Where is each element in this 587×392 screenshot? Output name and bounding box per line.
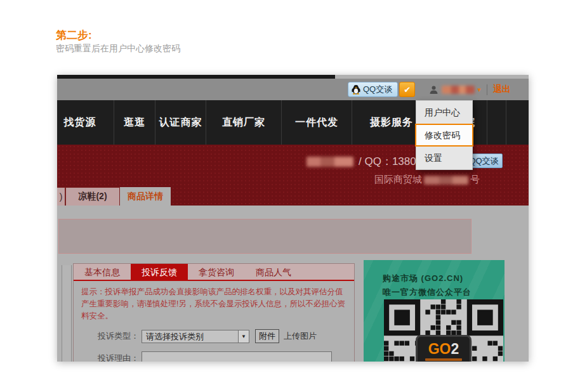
tab-product-detail[interactable]: 商品详情 <box>120 187 171 206</box>
nav-item-supply[interactable]: 找货源 <box>57 100 114 145</box>
menu-item-change-password[interactable]: 修改密码 <box>415 124 473 147</box>
banner-address-line: 国际商贸城 号 <box>374 174 480 186</box>
upload-hint: 上传图片 <box>284 330 317 342</box>
complaint-reason-label: 投诉理由： <box>98 353 139 362</box>
nav-item-dropshipping[interactable]: 一件代发 <box>282 100 352 145</box>
menu-item-user-center[interactable]: 用户中心 <box>416 101 472 124</box>
select-arrow-icon[interactable]: ▼ <box>238 330 249 343</box>
tab-basic-info[interactable]: 基本信息 <box>74 264 131 280</box>
header-right-group: QQ交谈 ✔ ▾ 退出 <box>348 82 511 97</box>
content-area: 基本信息 投诉反馈 拿货咨询 商品人气 提示：投诉举报产品成功会直接影响该产品的… <box>57 206 529 362</box>
detail-tabs: 基本信息 投诉反馈 拿货咨询 商品人气 <box>74 264 354 281</box>
screenshot-frame: QQ交谈 ✔ ▾ 退出 找货源 逛逛 <box>57 75 529 362</box>
qq-chat-label: QQ交谈 <box>363 84 392 95</box>
address-suffix: 号 <box>470 174 480 186</box>
wechat-title: 购途市场 (GO2.CN) <box>383 273 505 284</box>
complaint-panel: 基本信息 投诉反馈 拿货咨询 商品人气 提示：投诉举报产品成功会直接影响该产品的… <box>73 263 355 362</box>
user-account-menu[interactable]: ▾ <box>429 85 481 95</box>
tab-purchase-inquiry[interactable]: 拿货咨询 <box>188 264 245 280</box>
verified-badge-icon[interactable]: ✔ <box>399 82 415 97</box>
nav-filler <box>506 100 529 145</box>
tab-sandals[interactable]: 凉鞋(2) <box>65 187 120 206</box>
nav-item-spacer <box>487 100 506 145</box>
qq-chat-button[interactable]: QQ交谈 <box>348 82 398 97</box>
wechat-subtitle: 唯一官方微信公众平台 <box>383 287 505 298</box>
nav-item-browse[interactable]: 逛逛 <box>114 100 155 145</box>
qq-penguin-icon <box>352 84 360 95</box>
select-value: 请选择投诉类别 <box>142 330 238 343</box>
chevron-down-icon: ▾ <box>477 86 481 94</box>
banner-contact-line: / QQ：1380 <box>307 154 416 169</box>
tab-partial[interactable]: ) <box>57 187 65 206</box>
redacted-address <box>424 176 468 185</box>
menu-item-settings[interactable]: 设置 <box>416 147 472 169</box>
tab-product-popularity[interactable]: 商品人气 <box>245 264 302 280</box>
tab-complaint-feedback[interactable]: 投诉反馈 <box>131 264 188 280</box>
nav-item-certified-merchants[interactable]: 认证商家 <box>155 100 206 145</box>
complaint-reason-input[interactable] <box>142 351 332 362</box>
qr-logo-subtext <box>425 358 462 361</box>
user-dropdown-menu: 用户中心 修改密码 设置 <box>416 100 473 170</box>
left-panel-edge <box>62 265 72 362</box>
complaint-notice: 提示：投诉举报产品成功会直接影响该产品的排名权重，以及对其评估分值产生重要影响，… <box>81 286 348 322</box>
tutorial-page: 第二步: 密码重置后在用户中心修改密码 <box>0 0 587 392</box>
complaint-reason-row: 投诉理由： <box>98 351 354 362</box>
complaint-type-label: 投诉类型： <box>98 330 139 342</box>
site-header: QQ交谈 ✔ ▾ 退出 <box>57 79 529 100</box>
complaint-type-select[interactable]: 请选择投诉类别 ▼ <box>142 330 249 343</box>
nav-item-direct-factory[interactable]: 直销厂家 <box>206 100 282 145</box>
address-prefix: 国际商贸城 <box>374 174 422 186</box>
qr-logo: GO2 <box>416 335 472 362</box>
person-icon <box>429 85 439 95</box>
banner-qq-text: / QQ：1380 <box>359 154 416 169</box>
wechat-panel: 购途市场 (GO2.CN) 唯一官方微信公众平台 GO2 <box>364 260 505 362</box>
step-title: 第二步: <box>56 28 92 42</box>
redacted-username <box>442 86 475 94</box>
complaint-type-row: 投诉类型： 请选择投诉类别 ▼ 附件 上传图片 <box>98 329 354 343</box>
step-subtitle: 密码重置后在用户中心修改密码 <box>56 43 180 55</box>
attachment-button[interactable]: 附件 <box>255 329 279 343</box>
redacted-phone <box>307 157 353 167</box>
logout-link[interactable]: 退出 <box>493 84 511 95</box>
qr-code: GO2 <box>384 299 503 362</box>
header-divider <box>487 84 487 95</box>
image-placeholder-box <box>58 219 472 254</box>
